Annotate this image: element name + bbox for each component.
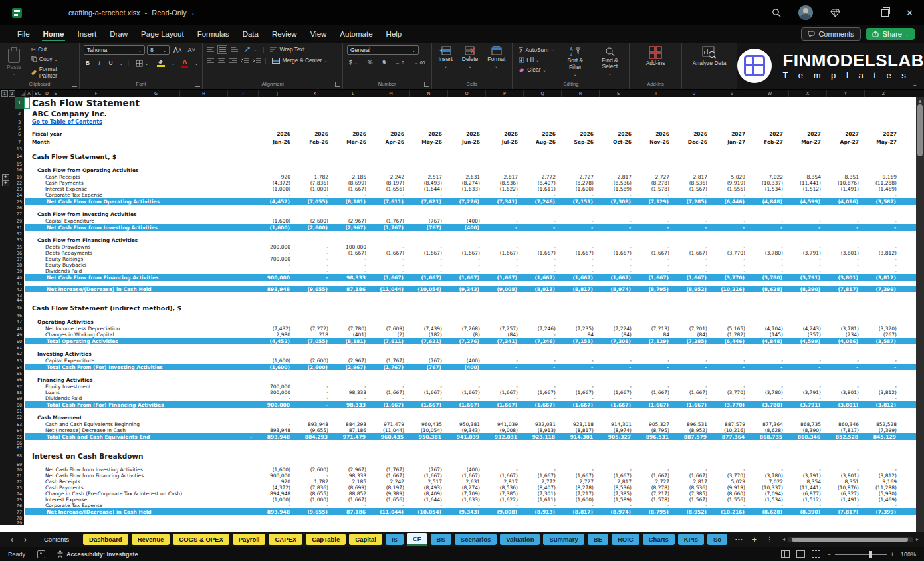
cell[interactable] [24, 441, 257, 445]
cell[interactable]: - [295, 395, 333, 401]
cell[interactable]: (1,534) [750, 497, 788, 503]
font-family-select[interactable]: Tahoma⌄ [84, 45, 145, 55]
cell[interactable]: (8,409) [409, 491, 447, 497]
cell[interactable]: 8,354 [788, 174, 826, 180]
row-header[interactable]: 14 [15, 151, 24, 162]
add-sheet-button[interactable]: + [752, 534, 758, 544]
cell[interactable]: - [864, 262, 901, 268]
sheet-tab-valuation[interactable]: Valuation [500, 534, 540, 545]
cell[interactable]: (767) [409, 467, 447, 473]
column-header[interactable]: Z [864, 90, 902, 97]
cell[interactable]: (8,817) [560, 286, 598, 292]
cell[interactable]: (1,512) [788, 186, 826, 192]
sheet-tab-capex[interactable]: CAPEX [269, 534, 302, 545]
cell[interactable]: - [673, 225, 711, 231]
cell[interactable]: 2026 [409, 131, 447, 137]
row-label[interactable]: Cash Payments [24, 180, 84, 186]
cell[interactable]: - [560, 364, 598, 370]
cell[interactable]: - [598, 503, 636, 508]
cell[interactable]: - [750, 256, 788, 262]
cell[interactable]: 2,185 [333, 479, 371, 485]
row-header[interactable]: 45 [15, 302, 24, 313]
cell[interactable]: (1,667) [560, 402, 598, 408]
row-header[interactable]: 35 [15, 244, 24, 250]
cell[interactable]: - [826, 192, 864, 198]
cell[interactable]: - [447, 192, 485, 198]
cell[interactable]: - [636, 467, 674, 473]
cell[interactable]: - [485, 192, 522, 198]
cell[interactable]: (8,699) [333, 485, 371, 491]
accessibility-status[interactable]: Accessibility: Investigate [57, 550, 138, 558]
clipboard-dialog-launcher[interactable] [72, 82, 77, 87]
cell[interactable]: (11,288) [864, 485, 901, 491]
number-format-select[interactable]: General⌄ [347, 45, 419, 55]
cell[interactable]: Cash Payments [24, 485, 257, 491]
diamond-icon[interactable] [830, 9, 840, 17]
cell[interactable]: - [257, 503, 295, 508]
cell[interactable]: - [560, 225, 598, 231]
cell[interactable]: 2027 [826, 131, 864, 137]
cell[interactable]: - [788, 384, 826, 390]
cell[interactable]: Debts Drawdowns [24, 244, 257, 250]
row-label[interactable]: Equity Investment [24, 384, 91, 390]
cell[interactable]: (2,967) [332, 364, 370, 370]
cell[interactable]: (2,600) [295, 358, 333, 364]
row-header[interactable]: 63 [15, 421, 24, 427]
cell[interactable]: (1,667) [598, 390, 636, 395]
cell[interactable] [24, 313, 257, 318]
cell[interactable]: - [712, 395, 750, 401]
cell[interactable]: (1,667) [485, 473, 522, 479]
cell[interactable]: (84) [598, 332, 636, 338]
cell[interactable]: Interest Expense [24, 497, 257, 503]
row-label[interactable]: Net Cash Flow from Investing Activities [24, 467, 143, 473]
addins-button[interactable]: Add-ins [643, 45, 668, 68]
sheet-tab-bs[interactable]: BS [431, 534, 451, 545]
cell[interactable]: - [295, 503, 333, 508]
row-header[interactable]: 3 [15, 118, 24, 126]
cell[interactable]: 971,479 [371, 421, 409, 427]
cell[interactable]: - [674, 256, 712, 262]
sheet-tab-be[interactable]: BE [588, 534, 608, 545]
cell[interactable]: - [712, 192, 750, 198]
cell[interactable]: (2) [371, 332, 409, 338]
cell[interactable]: 2026 [333, 131, 371, 137]
cell[interactable]: - [635, 225, 673, 231]
cell[interactable]: (9,008) [485, 427, 522, 433]
cell[interactable]: (1,611) [522, 497, 560, 503]
row-header[interactable]: 76 [15, 503, 24, 508]
cell[interactable]: (1,767) [371, 358, 409, 364]
cell[interactable]: (7,399) [863, 509, 901, 515]
sheet-tab-summary[interactable]: Summary [543, 534, 584, 545]
cell[interactable]: - [674, 395, 712, 401]
row-header[interactable]: 41 [15, 281, 24, 286]
cell[interactable]: - [371, 244, 409, 250]
cell[interactable] [24, 371, 257, 376]
row-header[interactable]: 59 [15, 395, 24, 401]
cell[interactable]: ABC Company Inc. [24, 109, 257, 118]
cell[interactable]: - [485, 244, 522, 250]
sheet-tab-capital[interactable]: Capital [349, 534, 382, 545]
cell[interactable]: (7,285) [673, 338, 711, 344]
month-label[interactable]: Month [24, 139, 50, 145]
cell[interactable]: Corporate Tax Expense [24, 503, 257, 508]
menu-item-automate[interactable]: Automate [333, 27, 379, 41]
cell[interactable]: - [711, 364, 749, 370]
cell[interactable]: (9,919) [712, 180, 750, 186]
cell[interactable]: 852,528 [825, 434, 863, 440]
row-header[interactable]: 7 [15, 138, 24, 146]
cell[interactable]: 2,242 [371, 174, 409, 180]
cell[interactable]: (8,628) [749, 286, 787, 292]
cell[interactable]: (1,600) [257, 467, 295, 473]
cell[interactable]: Oct-26 [598, 139, 636, 145]
zoom-slider-thumb[interactable] [869, 551, 872, 558]
outline-level-button[interactable]: 1 [1, 90, 8, 97]
vertical-scroll-thumb[interactable] [917, 104, 923, 156]
cell[interactable]: (1,767) [371, 467, 409, 473]
cell[interactable]: 941,039 [446, 434, 484, 440]
cell[interactable] [24, 205, 257, 210]
cell[interactable]: (3,801) [826, 390, 864, 395]
cell[interactable]: - [522, 467, 560, 473]
cell[interactable]: Jul-26 [485, 139, 522, 145]
cell[interactable]: - [826, 503, 864, 508]
cell[interactable]: (8,390) [787, 286, 825, 292]
